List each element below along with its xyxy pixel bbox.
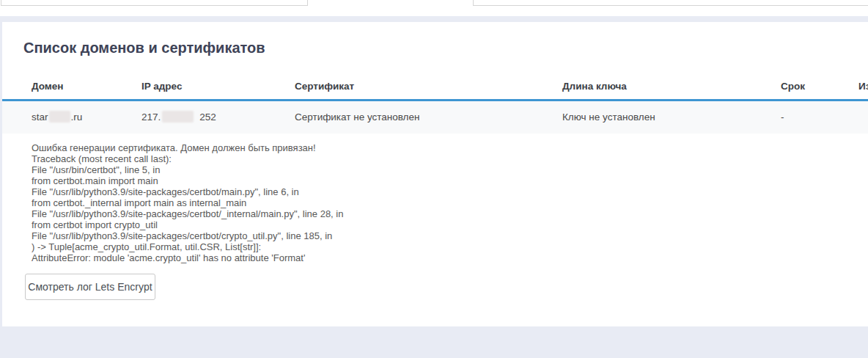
- traceback-line: Traceback (most recent call last):: [32, 153, 343, 164]
- domains-certificates-card: Список доменов и сертификатов Домен IP а…: [2, 22, 868, 326]
- traceback-line: AttributeError: module 'acme.crypto_util…: [32, 252, 343, 263]
- traceback-line: File "/usr/lib/python3.9/site-packages/c…: [32, 208, 343, 219]
- traceback-line: ) -> Tuple[acme_crypto_util.Format, util…: [32, 241, 343, 252]
- column-header-term: Срок: [781, 81, 805, 92]
- domain-suffix: .ru: [71, 112, 83, 123]
- cell-ip: 217.252: [141, 101, 216, 134]
- ip-suffix: 252: [199, 112, 216, 123]
- cell-certificate: Сертификат не установлен: [295, 101, 419, 134]
- redacted-ip-part: [162, 111, 194, 123]
- tab-bar: [0, 0, 868, 16]
- column-header-domain: Домен: [32, 81, 64, 92]
- tab-active[interactable]: [309, 0, 473, 16]
- traceback-line: Ошибка генерации сертификата. Домен долж…: [32, 142, 343, 153]
- page: Список доменов и сертификатов Домен IP а…: [0, 0, 868, 358]
- traceback-line: from certbot.main import main: [32, 175, 343, 186]
- ip-prefix: 217.: [141, 112, 161, 123]
- cell-term: -: [781, 101, 784, 134]
- column-header-key-length: Длина ключа: [562, 81, 627, 92]
- tab-right[interactable]: [473, 0, 868, 6]
- view-letsencrypt-log-button[interactable]: Смотреть лог Lets Encrypt: [25, 274, 155, 300]
- tab-left[interactable]: [1, 0, 308, 6]
- traceback-line: File "/usr/lib/python3.9/site-packages/c…: [32, 186, 343, 197]
- domain-prefix: star: [32, 112, 48, 123]
- traceback-line: File "/usr/bin/certbot", line 5, in: [32, 164, 343, 175]
- traceback-line: from certbot import crypto_util: [32, 219, 343, 230]
- traceback-line: from certbot._internal import main as in…: [32, 197, 343, 208]
- column-header-certificate: Сертификат: [295, 81, 354, 92]
- cell-key-length: Ключ не установлен: [562, 101, 655, 134]
- traceback-line: File "/usr/lib/python3.9/site-packages/c…: [32, 230, 343, 241]
- redacted-domain-part: [49, 111, 70, 123]
- cell-domain: star.ru: [32, 101, 82, 134]
- certbot-error-traceback: Ошибка генерации сертификата. Домен долж…: [32, 142, 343, 263]
- table-row[interactable]: star.ru 217.252 Сертификат не установлен…: [2, 101, 868, 134]
- column-header-ip: IP адрес: [141, 81, 182, 92]
- column-header-issuer: Изд: [858, 81, 868, 92]
- page-title: Список доменов и сертификатов: [23, 38, 265, 57]
